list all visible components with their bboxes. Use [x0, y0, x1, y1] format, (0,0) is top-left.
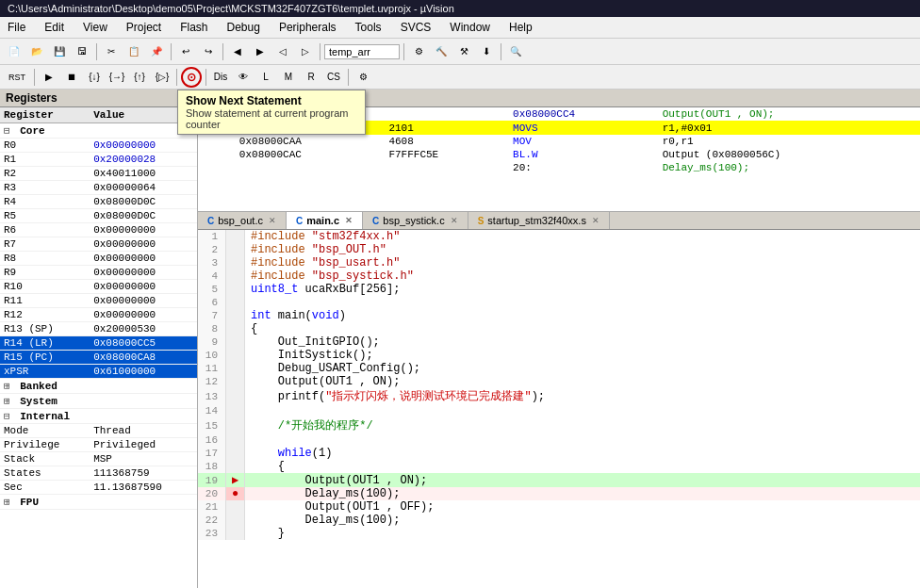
reg-r0: R0 0x00000000: [0, 139, 197, 153]
menu-svcs[interactable]: SVCS: [397, 19, 435, 36]
tab-bsp-systick-close[interactable]: ✕: [451, 216, 458, 225]
locals-button[interactable]: L: [255, 67, 276, 88]
disasm-mnem-5: 20:: [507, 161, 657, 174]
internal-privilege: Privilege Privileged: [0, 438, 197, 452]
reg-r9-name: R9: [0, 266, 90, 280]
core-expand[interactable]: ⊟: [4, 125, 10, 137]
line-7: 7 int main(void): [198, 309, 920, 322]
reg-r15: R15 (PC) 0x08000CA8: [0, 351, 197, 365]
line-20: 20 ● Delay_ms(100);: [198, 487, 920, 500]
menu-tools[interactable]: Tools: [352, 19, 386, 36]
menu-help[interactable]: Help: [505, 19, 536, 36]
reg-r14-name: R14 (LR): [0, 336, 90, 351]
core-row: ⊟ Core: [0, 123, 197, 139]
memory-button[interactable]: M: [278, 67, 299, 88]
redo-button[interactable]: ↪: [198, 41, 219, 62]
step-over-button[interactable]: {→}: [107, 67, 127, 88]
step-out-button[interactable]: {↑}: [129, 67, 150, 88]
menu-project[interactable]: Project: [123, 19, 165, 36]
watch-button[interactable]: 👁: [233, 67, 254, 88]
search-button[interactable]: 🔍: [505, 41, 526, 62]
reg-r10-value: 0x00000000: [90, 280, 197, 294]
system-expand[interactable]: ⊞: [4, 396, 10, 407]
menu-view[interactable]: View: [79, 19, 111, 36]
settings-button[interactable]: ⚙: [353, 67, 373, 88]
fpu-label: FPU: [20, 497, 39, 508]
internal-expand[interactable]: ⊟: [4, 411, 10, 422]
cut-button[interactable]: ✂: [101, 41, 122, 62]
download-button[interactable]: ⬇: [476, 41, 497, 62]
menu-window[interactable]: Window: [446, 19, 494, 36]
disasm-row-4: 0x08000CAC F7FFFC5E BL.W Output (0x08000…: [198, 148, 920, 161]
internal-sec: Sec 11.13687590: [0, 481, 197, 495]
reg-r15-name: R15 (PC): [0, 351, 90, 365]
stop-button[interactable]: ⏹: [61, 67, 82, 88]
line-11: 11 Debug_USART_Config();: [198, 362, 920, 375]
call-stack-button[interactable]: CS: [323, 67, 344, 88]
show-next-statement-button[interactable]: ⊙: [181, 67, 202, 88]
tab-main-close[interactable]: ✕: [345, 216, 353, 225]
nav-back2-button[interactable]: ◁: [272, 41, 293, 62]
rebuild-button[interactable]: ⚒: [453, 41, 474, 62]
internal-mode: Mode Thread: [0, 424, 197, 438]
tab-bsp-out-icon: C: [207, 216, 214, 226]
disasm-mnem-3: MOV: [507, 135, 657, 148]
tab-bsp-out[interactable]: C bsp_out.c ✕: [198, 212, 287, 229]
paste-button[interactable]: 📌: [146, 41, 167, 62]
nav-back-button[interactable]: ◀: [227, 41, 248, 62]
reg-r12: R12 0x00000000: [0, 308, 197, 322]
undo-button[interactable]: ↩: [175, 41, 196, 62]
reg-r13-value: 0x20000530: [90, 322, 197, 336]
sep4: [320, 43, 320, 60]
run-to-cursor-button[interactable]: {▷}: [152, 67, 172, 88]
tab-startup-icon: S: [478, 216, 485, 226]
reg-r0-value: 0x00000000: [90, 139, 197, 153]
sep3: [222, 43, 223, 60]
save-all-button[interactable]: 🖫: [72, 41, 92, 62]
disasm-op-3: r0,r1: [657, 135, 920, 148]
tab-startup-close[interactable]: ✕: [592, 216, 600, 225]
target-options-button[interactable]: ⚙: [408, 41, 429, 62]
new-file-button[interactable]: 📄: [4, 41, 25, 62]
menu-file[interactable]: File: [4, 19, 29, 36]
target-input[interactable]: [324, 44, 400, 59]
menu-flash[interactable]: Flash: [176, 19, 211, 36]
fpu-expand[interactable]: ⊞: [4, 497, 10, 508]
reg-r4: R4 0x08000D0C: [0, 195, 197, 209]
tab-bsp-systick[interactable]: C bsp_systick.c ✕: [363, 212, 468, 229]
tab-main[interactable]: C main.c ✕: [287, 212, 363, 229]
reg-r11-value: 0x00000000: [90, 294, 197, 308]
banked-label: Banked: [20, 381, 58, 392]
sep10: [348, 69, 349, 86]
internal-priv-value: Privileged: [90, 438, 197, 452]
disasm-hex-4: F7FFFC5E: [383, 148, 507, 161]
reg-r6: R6 0x00000000: [0, 223, 197, 237]
reg-r1-value: 0x20000028: [90, 153, 197, 167]
internal-row: ⊟ Internal: [0, 409, 197, 424]
internal-states-name: States: [0, 466, 90, 481]
menu-peripherals[interactable]: Peripherals: [275, 19, 340, 36]
disasm-button[interactable]: Dis: [210, 67, 231, 88]
open-button[interactable]: 📂: [26, 41, 47, 62]
reg-r5: R5 0x08000D0C: [0, 209, 197, 223]
reg-r7-name: R7: [0, 237, 90, 252]
menu-edit[interactable]: Edit: [41, 19, 68, 36]
tab-bsp-out-close[interactable]: ✕: [269, 216, 276, 225]
reg-r6-value: 0x00000000: [90, 223, 197, 237]
build-button[interactable]: 🔨: [431, 41, 452, 62]
run-button[interactable]: ▶: [39, 67, 59, 88]
sep2: [171, 43, 172, 60]
save-button[interactable]: 💾: [49, 41, 70, 62]
tab-startup[interactable]: S startup_stm32f40xx.s ✕: [468, 212, 610, 229]
nav-fwd2-button[interactable]: ▷: [295, 41, 316, 62]
disasm-mnem-4: BL.W: [507, 148, 657, 161]
banked-expand[interactable]: ⊞: [4, 381, 10, 392]
line-23: 23 }: [198, 527, 920, 540]
reset-button[interactable]: RST: [4, 67, 30, 88]
menu-debug[interactable]: Debug: [223, 19, 264, 36]
copy-button[interactable]: 📋: [123, 41, 144, 62]
nav-fwd-button[interactable]: ▶: [250, 41, 271, 62]
source-editor[interactable]: 1 #include "stm32f4xx.h" 2 #include "bsp…: [198, 230, 920, 588]
step-into-button[interactable]: {↓}: [84, 67, 105, 88]
registers-button[interactable]: R: [301, 67, 321, 88]
